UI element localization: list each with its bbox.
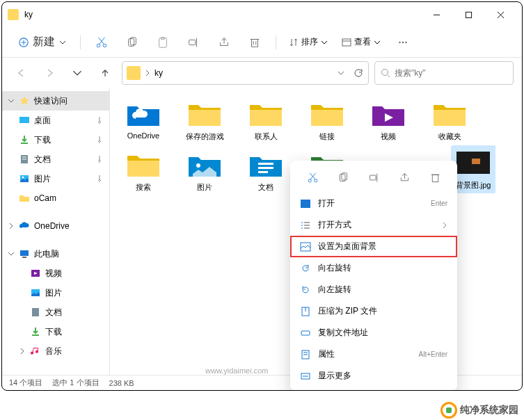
share-button[interactable] — [212, 31, 237, 54]
file-pictures[interactable]: 图片 — [182, 147, 227, 195]
file-favorites[interactable]: 收藏夹 — [427, 97, 472, 145]
svg-rect-1 — [466, 12, 471, 17]
cm-show-more[interactable]: 显示更多 — [290, 365, 457, 387]
paste-button[interactable] — [150, 31, 175, 54]
sidebar-pictures[interactable]: 图片 — [2, 169, 109, 188]
context-menu: 打开 Enter 打开方式 设置为桌面背景 向右旋转 向左旋转 压缩为 ZIP … — [290, 161, 457, 391]
sidebar-pc-pictures[interactable]: 图片 — [2, 283, 109, 302]
svg-point-43 — [308, 179, 311, 181]
toolbar: 新建 排序 查看 — [2, 27, 522, 58]
document-icon — [30, 307, 41, 318]
cut-button[interactable] — [89, 31, 114, 54]
cm-rename[interactable] — [363, 168, 384, 187]
folder-icon — [127, 66, 141, 80]
cloud-icon — [19, 220, 30, 232]
sidebar-downloads[interactable]: 下载 — [2, 130, 109, 150]
file-bg-image[interactable]: 背景图.jpg — [451, 145, 495, 193]
cm-open[interactable]: 打开 Enter — [290, 193, 457, 214]
cm-copy-path[interactable]: 复制文件地址 — [290, 322, 457, 344]
sort-label: 排序 — [301, 36, 318, 48]
close-button[interactable] — [484, 3, 516, 26]
wallpaper-icon — [300, 241, 311, 252]
cm-copy[interactable] — [333, 168, 354, 187]
svg-rect-28 — [19, 117, 29, 123]
svg-rect-41 — [258, 167, 273, 169]
properties-icon — [300, 349, 311, 360]
file-contacts[interactable]: 联系人 — [244, 97, 288, 145]
cm-cut[interactable] — [302, 168, 323, 187]
up-button[interactable] — [94, 62, 116, 84]
sidebar-pc-documents[interactable]: 文档 — [2, 302, 109, 322]
sidebar: 快速访问 桌面 下载 文档 图片 — [2, 88, 110, 375]
file-videos[interactable]: 视频 — [366, 97, 411, 145]
svg-rect-49 — [370, 175, 376, 180]
cm-set-background[interactable]: 设置为桌面背景 — [290, 236, 457, 257]
svg-rect-42 — [258, 171, 268, 173]
pin-icon — [95, 155, 104, 163]
forward-button[interactable] — [38, 62, 61, 84]
pc-icon — [19, 248, 30, 259]
sidebar-onedrive[interactable]: OneDrive — [2, 216, 109, 236]
download-icon — [30, 326, 41, 337]
new-label: 新建 — [33, 35, 55, 49]
svg-line-10 — [99, 37, 104, 44]
download-icon — [19, 134, 30, 145]
chevron-down-icon — [374, 39, 381, 46]
title-bar: ky — [2, 2, 522, 27]
sort-button[interactable]: 排序 — [285, 33, 332, 51]
chevron-down-icon — [321, 39, 328, 46]
search-input[interactable] — [395, 68, 507, 78]
watermark: www.yidaimei.com — [205, 366, 268, 375]
svg-rect-17 — [252, 39, 258, 47]
picture-icon — [19, 173, 30, 184]
address-bar[interactable]: ky — [122, 61, 369, 85]
svg-point-8 — [103, 44, 106, 47]
cm-delete[interactable] — [424, 168, 445, 187]
pin-icon — [95, 116, 104, 124]
sort-icon — [289, 38, 299, 47]
maximize-button[interactable] — [452, 3, 484, 26]
file-links[interactable]: 链接 — [305, 97, 349, 145]
svg-rect-14 — [161, 37, 164, 39]
status-size: 238 KB — [109, 379, 134, 387]
sidebar-quick-access[interactable]: 快速访问 — [2, 91, 109, 111]
delete-button[interactable] — [242, 31, 267, 54]
window-title: ky — [24, 10, 420, 19]
cm-zip[interactable]: 压缩为 ZIP 文件 — [290, 300, 457, 322]
svg-rect-40 — [258, 163, 273, 165]
sidebar-this-pc[interactable]: 此电脑 — [2, 244, 109, 264]
svg-point-7 — [97, 44, 100, 47]
chevron-down-icon — [59, 39, 66, 46]
sidebar-ocam[interactable]: oCam — [2, 188, 109, 208]
sidebar-pc-videos[interactable]: 视频 — [2, 264, 109, 283]
view-label: 查看 — [354, 36, 371, 48]
search-box[interactable] — [374, 61, 514, 85]
view-button[interactable]: 查看 — [338, 33, 385, 51]
sidebar-desktop[interactable]: 桌面 — [2, 111, 109, 130]
file-documents[interactable]: 文档 — [244, 147, 288, 195]
new-button[interactable]: 新建 — [13, 31, 72, 54]
copy-button[interactable] — [120, 31, 145, 54]
back-button[interactable] — [10, 62, 33, 84]
cm-share[interactable] — [394, 168, 415, 187]
refresh-button[interactable] — [353, 67, 364, 79]
sidebar-documents[interactable]: 文档 — [2, 150, 109, 169]
sidebar-pc-music[interactable]: 音乐 — [2, 341, 109, 361]
cm-rotate-left[interactable]: 向左旋转 — [290, 279, 457, 300]
svg-rect-53 — [301, 200, 310, 208]
more-button[interactable] — [390, 31, 415, 54]
file-onedrive[interactable]: OneDrive — [121, 97, 166, 145]
cm-open-with[interactable]: 打开方式 — [290, 214, 457, 236]
cm-rotate-right[interactable]: 向右旋转 — [290, 257, 457, 279]
recent-dropdown[interactable] — [66, 62, 88, 84]
file-searches[interactable]: 搜索 — [121, 147, 166, 195]
minimize-button[interactable] — [420, 3, 452, 26]
sidebar-pc-downloads[interactable]: 下载 — [2, 322, 109, 341]
search-icon — [381, 68, 390, 78]
rename-button[interactable] — [181, 31, 206, 54]
chevron-down-icon[interactable] — [338, 70, 344, 76]
cm-properties[interactable]: 属性 Alt+Enter — [290, 344, 457, 365]
svg-point-24 — [402, 41, 404, 42]
chevron-right-icon — [8, 223, 15, 229]
file-saved-games[interactable]: 保存的游戏 — [182, 97, 227, 145]
